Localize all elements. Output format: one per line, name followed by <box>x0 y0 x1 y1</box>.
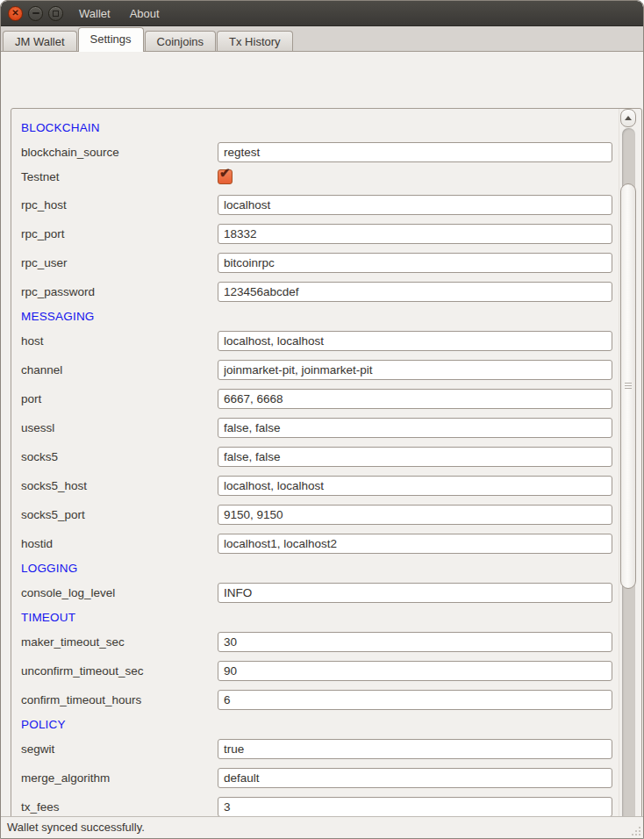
field-input[interactable] <box>218 797 612 817</box>
field-row: confirm_timeout_hours <box>21 690 618 710</box>
field-input[interactable] <box>218 331 612 351</box>
field-label: blockchain_source <box>21 142 218 162</box>
section-header: POLICY <box>21 719 618 730</box>
field-label: tx_fees <box>21 797 218 817</box>
field-row: rpc_password <box>21 282 618 302</box>
field-label: port <box>21 389 218 409</box>
field-row: host <box>21 331 618 351</box>
scroll-viewport: BLOCKCHAINblockchain_sourceTestnetrpc_ho… <box>11 109 618 839</box>
field-row: merge_algorithm <box>21 768 618 788</box>
field-label: usessl <box>21 418 218 438</box>
field-row: socks5_port <box>21 505 618 525</box>
field-input[interactable] <box>218 768 612 788</box>
testnet-checkbox[interactable] <box>218 169 233 184</box>
field-input[interactable] <box>218 418 612 438</box>
field-row: hostid <box>21 534 618 554</box>
field-input[interactable] <box>218 447 612 467</box>
tab-tx-history[interactable]: Tx History <box>217 31 293 51</box>
field-input[interactable] <box>218 661 612 681</box>
field-label: segwit <box>21 739 218 759</box>
field-row: maker_timeout_sec <box>21 632 618 652</box>
maximize-icon[interactable] <box>48 6 63 21</box>
field-row: Testnet <box>21 169 618 184</box>
arrow-up-icon <box>625 116 632 120</box>
field-label: confirm_timeout_hours <box>21 690 218 710</box>
field-row: rpc_port <box>21 224 618 244</box>
resize-grip[interactable] <box>632 827 640 835</box>
field-input[interactable] <box>218 224 612 244</box>
field-row: socks5 <box>21 447 618 467</box>
settings-form: BLOCKCHAINblockchain_sourceTestnetrpc_ho… <box>11 109 618 839</box>
field-row: socks5_host <box>21 476 618 496</box>
field-input[interactable] <box>218 505 612 525</box>
field-row: unconfirm_timeout_sec <box>21 661 618 681</box>
field-row: blockchain_source <box>21 142 618 162</box>
field-label: console_log_level <box>21 583 218 603</box>
app-window: ✕ Wallet About JM WalletSettingsCoinjoin… <box>0 0 644 839</box>
field-label: host <box>21 331 218 351</box>
minimize-icon[interactable] <box>28 6 43 21</box>
tab-bar: JM WalletSettingsCoinjoinsTx History <box>1 26 643 52</box>
menu-about[interactable]: About <box>125 7 165 20</box>
tab-settings[interactable]: Settings <box>78 27 144 52</box>
field-input[interactable] <box>218 253 612 273</box>
field-row: rpc_host <box>21 195 618 215</box>
scrollbar-separator <box>619 109 619 839</box>
field-label: rpc_port <box>21 224 218 244</box>
status-bar: Wallet synced successfully. <box>1 816 643 838</box>
tab-coinjoins[interactable]: Coinjoins <box>145 31 216 51</box>
menu-wallet[interactable]: Wallet <box>74 7 116 20</box>
title-bar: ✕ Wallet About <box>1 1 643 26</box>
field-label: rpc_password <box>21 282 218 302</box>
field-label: maker_timeout_sec <box>21 632 218 652</box>
section-header: MESSAGING <box>21 311 618 322</box>
field-input[interactable] <box>218 690 612 710</box>
status-message: Wallet synced successfully. <box>7 821 145 834</box>
field-label: socks5 <box>21 447 218 467</box>
field-label: unconfirm_timeout_sec <box>21 661 218 681</box>
field-row: tx_fees <box>21 797 618 817</box>
field-label: Testnet <box>21 169 218 184</box>
scrollbar-thumb[interactable] <box>620 183 636 589</box>
field-label: rpc_host <box>21 195 218 215</box>
field-label: rpc_user <box>21 253 218 273</box>
field-input[interactable] <box>218 739 612 759</box>
field-label: socks5_host <box>21 476 218 496</box>
tab-jm-wallet[interactable]: JM Wallet <box>3 31 77 51</box>
menu-bar: Wallet About <box>74 7 174 20</box>
scrollbar-up-button[interactable] <box>620 109 636 127</box>
field-label: socks5_port <box>21 505 218 525</box>
field-row: rpc_user <box>21 253 618 273</box>
field-row: usessl <box>21 418 618 438</box>
field-input[interactable] <box>218 476 612 496</box>
settings-pane: BLOCKCHAINblockchain_sourceTestnetrpc_ho… <box>1 52 643 816</box>
field-input[interactable] <box>218 142 612 162</box>
field-label: merge_algorithm <box>21 768 218 788</box>
field-row: console_log_level <box>21 583 618 603</box>
field-input[interactable] <box>218 195 612 215</box>
field-label: channel <box>21 360 218 380</box>
field-label: hostid <box>21 534 218 554</box>
close-icon[interactable]: ✕ <box>8 6 23 21</box>
section-header: TIMEOUT <box>21 612 618 623</box>
field-row: segwit <box>21 739 618 759</box>
field-row: channel <box>21 360 618 380</box>
section-header: BLOCKCHAIN <box>21 122 618 133</box>
scrollbar-grip-icon <box>625 383 632 390</box>
field-input[interactable] <box>218 583 612 603</box>
field-input[interactable] <box>218 282 612 302</box>
field-input[interactable] <box>218 389 612 409</box>
field-input[interactable] <box>218 534 612 554</box>
section-header: LOGGING <box>21 563 618 574</box>
field-row: port <box>21 389 618 409</box>
field-input[interactable] <box>218 632 612 652</box>
field-input[interactable] <box>218 360 612 380</box>
